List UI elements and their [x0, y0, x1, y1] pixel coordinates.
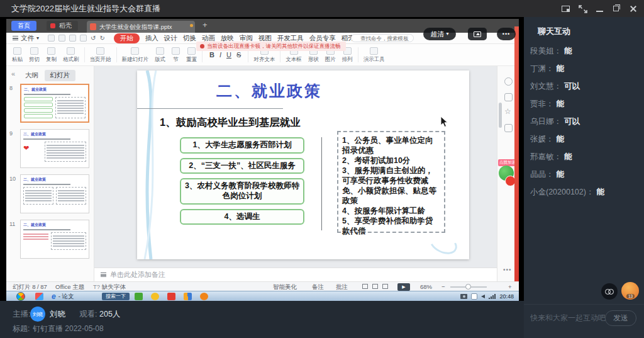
host-label: 主播: [13, 309, 30, 320]
slide-8[interactable]: 二、就业政策 1、鼓励高校毕业生到基层就业 1、大学生志愿服务西部计划 2、“三… [137, 70, 469, 259]
more-options-button[interactable]: ••• [497, 28, 516, 40]
slide-thumb-10[interactable]: 二、就业政策 [20, 174, 89, 213]
sorter-view-icon[interactable] [372, 284, 378, 289]
settings-sliders-icon[interactable] [504, 93, 513, 101]
new-slide-button[interactable]: 新建幻灯片 [119, 46, 152, 64]
volume-icon[interactable] [481, 295, 485, 298]
fullscreen-icon[interactable] [579, 5, 587, 13]
strikethrough-button[interactable]: S [236, 51, 241, 59]
present-tools-button[interactable]: 演示工具 [360, 46, 388, 64]
window-icon[interactable] [504, 124, 513, 132]
slide-canvas-area: 二、就业政策 1、鼓励高校毕业生到基层就业 1、大学生志愿服务西部计划 2、“三… [94, 66, 497, 268]
copy-button[interactable]: 复制 [43, 46, 60, 64]
print-icon[interactable] [69, 35, 76, 42]
notes-toggle[interactable]: 备注 [312, 283, 324, 291]
taskbar-app-icon[interactable] [184, 293, 192, 300]
taskbar-app-icon[interactable] [35, 293, 43, 300]
taskbar-search-button[interactable]: 搜索一下 [102, 293, 130, 300]
tab-slides[interactable]: 幻灯片 [45, 70, 76, 81]
tab-outline[interactable]: 大纲 [25, 71, 38, 80]
host-avatar[interactable]: 刘晓 [30, 307, 45, 322]
undo-icon[interactable]: ↺ [91, 35, 96, 42]
zoom-out-button[interactable]: − [441, 283, 445, 291]
ribbon-tab-design[interactable]: 设计 [164, 34, 177, 43]
close-button[interactable] [629, 5, 638, 13]
laser-pointer-icon[interactable] [504, 77, 513, 86]
thumb-number: 9 [9, 130, 13, 137]
interact-button[interactable] [601, 283, 618, 300]
bold-button[interactable]: B [209, 51, 214, 59]
taskbar-app-icon[interactable] [200, 293, 208, 300]
layout-button[interactable]: 版式 [152, 46, 169, 64]
comments-toggle[interactable]: 批注 [336, 283, 348, 291]
wps-window: 首页 稻壳 大学生就业创业指导课.pptx + 文件 ▾ ↺ [6, 19, 519, 301]
restore-button[interactable] [612, 5, 621, 13]
more-tools-icon[interactable]: ••• [503, 266, 512, 273]
paste-button[interactable]: 粘贴 [9, 46, 26, 64]
taskbar-app-icon[interactable] [135, 293, 143, 300]
theme-name[interactable]: Office 主题 [55, 283, 84, 291]
cast-button[interactable] [468, 28, 487, 40]
ie-window-button[interactable]: e - 论文 [52, 292, 74, 301]
taskbar-app-icon[interactable] [167, 293, 175, 300]
missing-font-label[interactable]: 缺失字体 [102, 283, 126, 291]
output-icon[interactable] [58, 35, 65, 42]
section-button[interactable]: 节 [169, 46, 183, 64]
minimize-button[interactable] [596, 5, 604, 13]
start-button[interactable] [16, 292, 25, 301]
send-button[interactable]: 发送 [605, 310, 636, 326]
italic-button[interactable]: I [219, 51, 221, 59]
taskbar-app-icon[interactable] [151, 293, 159, 300]
program-box: 4、选调生 [180, 209, 304, 225]
smart-beautify-button[interactable]: 智能美化 [273, 283, 297, 291]
ribbon-tab-transition[interactable]: 切换 [183, 34, 196, 43]
chat-message: 刘文慧：可以 [530, 81, 640, 92]
chat-message: 丁渊：能 [530, 64, 640, 74]
save-icon[interactable] [48, 35, 55, 42]
missing-font-icon: T? [93, 283, 100, 291]
policy-list-box: 1、公务员、事业单位定向招录优惠 2、考研初试加10分 3、服务期满自主创业的，… [337, 131, 445, 233]
redo-icon[interactable]: ↻ [99, 35, 104, 42]
input-method-icon[interactable] [471, 293, 477, 300]
slide-thumb-8[interactable]: 二、就业政策 [20, 84, 89, 123]
notes-bar[interactable]: 单击此处添加备注 [94, 268, 497, 281]
quality-selector[interactable]: 超清▾ [423, 28, 456, 40]
screen: 文学院2022届毕业生就业指导大会群直播 首页 稻壳 大学生就业创业指导课.pp… [0, 0, 644, 338]
chat-input[interactable] [530, 313, 606, 322]
cut-button[interactable]: 剪切 [26, 46, 43, 64]
reading-view-icon[interactable] [382, 284, 388, 289]
underline-button[interactable]: U [226, 51, 231, 59]
docer-icon [50, 23, 55, 28]
zoom-level[interactable]: 68% [420, 283, 432, 291]
gift-button[interactable]: 13 [621, 282, 639, 300]
ribbon-tab-insert[interactable]: 插入 [145, 34, 158, 43]
format-painter-button[interactable]: 格式刷 [60, 46, 82, 64]
command-search-input[interactable] [351, 34, 414, 42]
pip-icon[interactable] [562, 5, 570, 13]
wps-home-tab[interactable]: 首页 [11, 21, 36, 31]
zoom-knob[interactable] [465, 284, 471, 290]
policy-item: 2、考研初试加10分 [342, 155, 440, 166]
ribbon-tab-start[interactable]: 开始 [114, 33, 140, 43]
preview-icon[interactable] [80, 35, 87, 42]
paste-icon [13, 47, 21, 55]
quick-access-toolbar: ↺ ↻ [48, 35, 105, 42]
network-icon[interactable] [489, 294, 496, 299]
new-tab-button[interactable]: + [203, 20, 208, 30]
normal-view-icon[interactable] [362, 284, 368, 289]
window-titlebar: 文学院2022届毕业生就业指导大会群直播 [0, 0, 644, 17]
file-menu[interactable]: 文件 ▾ [6, 34, 43, 43]
camera-icon[interactable] [460, 294, 467, 299]
slideshow-button[interactable]: ▶ [397, 283, 410, 291]
notes-placeholder: 单击此处添加备注 [110, 270, 165, 279]
slide-thumb-9[interactable]: 二、就业政策 ❤ [20, 129, 89, 168]
zoom-in-button[interactable]: + [508, 283, 512, 291]
slide-thumb-11[interactable]: 二、就业政策 [20, 220, 89, 259]
star-icon[interactable]: ☆ [504, 108, 511, 116]
slide-panel: « 大纲 幻灯片 8 二、就业政策 9 二、就业政策 [6, 66, 94, 281]
play-from-page-button[interactable]: 当页开始 [87, 46, 114, 64]
wps-docer-tab[interactable]: 稻壳 [47, 21, 78, 31]
clock[interactable]: 20:48 [499, 293, 514, 300]
wps-document-tab[interactable]: 大学生就业创业指导课.pptx [87, 21, 195, 33]
vertical-scrollbar[interactable] [499, 103, 502, 128]
